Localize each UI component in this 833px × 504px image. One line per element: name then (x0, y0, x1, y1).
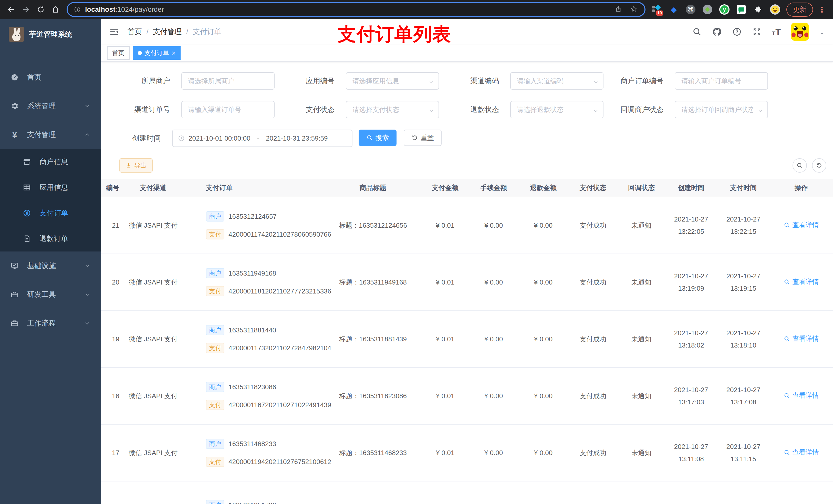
breadcrumb-current: 支付订单 (193, 27, 221, 37)
avatar-caret-icon[interactable] (819, 29, 825, 34)
filter-channel-code: 渠道编码 (439, 72, 603, 90)
order-id: 19 (101, 335, 123, 343)
pay-amount: ¥ 0.01 (422, 279, 469, 286)
channel-code-select[interactable] (510, 72, 603, 90)
main-area: 支付订单列表 首页 / 支付管理 / 支付订单 TT (101, 19, 833, 504)
browser-menu-icon[interactable]: ⋮ (814, 5, 829, 14)
export-button[interactable]: 导出 (119, 158, 153, 173)
column-header: 退款金额 (519, 183, 568, 192)
clock-icon (178, 135, 185, 142)
pay-amount: ¥ 0.01 (422, 335, 469, 343)
fee-amount: ¥ 0.00 (469, 392, 519, 400)
command-extension-icon[interactable]: ⌘ (686, 5, 695, 14)
orders-table: 编号支付渠道支付订单商品标题支付金额手续金额退款金额支付状态回调状态创建时间支付… (101, 179, 833, 504)
app-no-select[interactable] (346, 72, 439, 90)
pay-status-select[interactable] (346, 101, 439, 118)
extensions-puzzle-icon[interactable] (753, 4, 763, 15)
pay-order-cell: 商户1635311468233支付42000011942021102767521… (183, 439, 324, 467)
sidebar-item-system[interactable]: 系统管理 (0, 92, 101, 120)
sidebar-item-app-info[interactable]: 应用信息 (0, 175, 101, 200)
chat-extension-icon[interactable] (737, 5, 746, 14)
notify-status-select[interactable] (675, 101, 768, 118)
search-icon[interactable] (692, 27, 702, 37)
view-detail-link[interactable]: 查看详情 (784, 448, 819, 457)
order-id: 21 (101, 221, 123, 230)
home-icon[interactable] (49, 3, 63, 16)
refresh-button[interactable] (812, 158, 826, 173)
filter-app-no: 应用编号 (275, 72, 439, 90)
filter-channel-order-no: 渠道订单号 (110, 101, 275, 118)
toggle-search-button[interactable] (792, 158, 807, 173)
reset-button[interactable]: 重置 (404, 129, 442, 146)
filter-row-1: 所属商户 应用编号 渠道编码 商户订单编号 (101, 72, 833, 90)
breadcrumb-home[interactable]: 首页 (127, 27, 142, 37)
recorder-extension-icon[interactable] (703, 5, 712, 14)
merchant-order-no: 1635311468233 (229, 440, 276, 448)
github-icon[interactable] (712, 27, 722, 37)
sidebar-item-dev-tools[interactable]: 研发工具 (0, 280, 101, 309)
merchant-tag: 商户 (206, 382, 224, 392)
pay-order-no: 4200001167202110271022491439 (229, 401, 331, 409)
document-icon (23, 234, 31, 243)
user-avatar[interactable] (791, 23, 809, 41)
content: 所属商户 应用编号 渠道编码 商户订单编号 (101, 62, 833, 504)
extension-badged-icon[interactable]: 10 (652, 4, 662, 15)
reload-icon[interactable] (34, 3, 48, 16)
notify-status: 未通知 (618, 221, 665, 230)
filter-row-2: 渠道订单号 支付状态 退款状态 回调商户状态 (101, 101, 833, 118)
search-button[interactable]: 搜索 (359, 129, 397, 146)
pay-time: 2021-10-2713:22:15 (717, 213, 769, 238)
sidebar-item-merchant-info[interactable]: 商户信息 (0, 149, 101, 175)
pay-channel: 微信 JSAPI 支付 (123, 391, 183, 401)
tab-pay-order[interactable]: 支付订单 × (133, 46, 181, 60)
sidebar-item-refund-order[interactable]: 退款订单 (0, 226, 101, 251)
profile-avatar-icon[interactable] (770, 4, 780, 15)
sidebar-item-label: 工作流程 (27, 318, 56, 328)
sidebar-item-payment[interactable]: ¥ 支付管理 (0, 120, 101, 149)
channel-order-no-input[interactable] (181, 101, 275, 118)
order-table-row: 17微信 JSAPI 支付商户1635311468233支付4200001194… (101, 425, 833, 481)
filter-merchant-order-no: 商户订单编号 (603, 72, 768, 90)
help-icon[interactable] (732, 27, 742, 37)
sidebar-item-workflow[interactable]: 工作流程 (0, 309, 101, 338)
forward-icon[interactable] (19, 3, 33, 16)
browser-toolbar: localhost:1024/pay/order 10 ◆ ⌘ y 更新 ⋮ (0, 0, 833, 19)
sketch-extension-icon[interactable]: ◆ (669, 4, 679, 15)
fullscreen-icon[interactable] (752, 27, 762, 37)
create-time: 2021-10-2713:17:03 (665, 384, 717, 408)
filter-pay-status: 支付状态 (275, 101, 439, 118)
merchant-input[interactable] (181, 72, 275, 90)
merchant-order-no-input[interactable] (675, 72, 768, 90)
app-title: 芋道管理系统 (29, 29, 72, 39)
refund-status-select[interactable] (510, 101, 603, 118)
share-icon[interactable] (615, 5, 623, 14)
chrome-update-button[interactable]: 更新 (786, 3, 813, 17)
view-detail-link[interactable]: 查看详情 (784, 334, 819, 343)
sidebar-item-pay-order[interactable]: 支付订单 (0, 200, 101, 226)
pay-status: 支付成功 (568, 335, 618, 344)
briefcase-icon (10, 319, 19, 328)
y-extension-icon[interactable]: y (719, 4, 730, 15)
sidebar-item-infra[interactable]: 基础设施 (0, 251, 101, 280)
chevron-up-icon (84, 131, 91, 138)
order-id: 20 (101, 279, 123, 286)
bookmark-star-icon[interactable] (630, 5, 638, 14)
date-range-input[interactable]: 2021-10-01 00:00:00 - 2021-10-31 23:59:5… (172, 129, 353, 147)
view-detail-link[interactable]: 查看详情 (784, 220, 819, 230)
tab-home[interactable]: 首页 (107, 46, 129, 60)
site-info-icon[interactable] (74, 6, 81, 13)
notify-status: 未通知 (618, 335, 665, 344)
view-detail-link[interactable]: 查看详情 (784, 278, 819, 286)
close-icon[interactable]: × (172, 50, 175, 56)
font-size-icon[interactable]: TT (772, 27, 781, 37)
sidebar-item-label: 商户信息 (40, 157, 68, 167)
address-bar[interactable]: localhost:1024/pay/order (67, 2, 645, 17)
back-icon[interactable] (4, 3, 18, 16)
breadcrumb-payment[interactable]: 支付管理 (153, 27, 182, 37)
date-start: 2021-10-01 00:00:00 (189, 135, 250, 142)
hamburger-icon[interactable] (109, 27, 119, 37)
sidebar-item-home[interactable]: 首页 (0, 63, 101, 92)
view-detail-link[interactable]: 查看详情 (784, 391, 819, 400)
merchant-tag: 商户 (206, 439, 224, 449)
chevron-down-icon (84, 263, 91, 269)
